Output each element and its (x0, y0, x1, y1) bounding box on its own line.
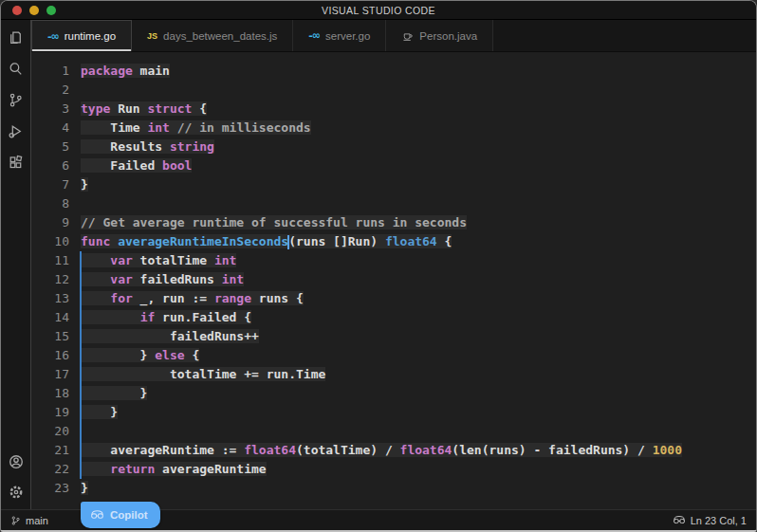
maximize-window-button[interactable] (46, 6, 56, 15)
line-number: 12 (31, 270, 69, 289)
java-icon (401, 29, 414, 42)
code-line-4[interactable]: 4 Time int // in milliseconds (31, 119, 756, 138)
git-branch-indicator[interactable]: main (10, 515, 48, 526)
account-icon[interactable] (7, 452, 26, 471)
copilot-button[interactable]: Copilot (81, 502, 160, 528)
code-line-22[interactable]: 22 return averageRuntime (31, 460, 756, 479)
code-line-19[interactable]: 19 } (31, 403, 756, 422)
settings-gear-icon[interactable] (7, 483, 26, 502)
code-text: Results string (81, 139, 214, 154)
code-editor[interactable]: 1package main23type Run struct {4 Time i… (31, 52, 756, 509)
code-text: // Get average runtime of successful run… (81, 215, 467, 229)
code-line-2[interactable]: 2 (31, 81, 756, 100)
close-window-button[interactable] (12, 6, 22, 15)
line-number: 18 (31, 384, 69, 403)
line-number: 14 (31, 308, 69, 327)
line-number: 9 (31, 213, 69, 232)
cursor-position-indicator[interactable]: Ln 23 Col, 1 (673, 515, 747, 526)
code-text: for _, run := range runs { (81, 291, 304, 305)
line-number: 11 (31, 251, 69, 270)
line-number: 4 (31, 119, 69, 138)
code-line-11[interactable]: 11 var totalTime int (31, 251, 756, 270)
code-line-18[interactable]: 18 } (31, 384, 756, 403)
line-number: 17 (31, 365, 69, 384)
cursor-position-label: Ln 23 Col, 1 (691, 515, 747, 526)
code-line-15[interactable]: 15 failedRuns++ (31, 327, 756, 346)
code-line-5[interactable]: 5 Results string (31, 138, 756, 156)
code-text: var totalTime int (81, 253, 236, 267)
tab-server.go[interactable]: -∞server.go (293, 20, 386, 51)
minimize-window-button[interactable] (29, 6, 39, 15)
code-text: type Run struct { (81, 101, 207, 116)
files-icon[interactable] (7, 28, 26, 46)
code-line-13[interactable]: 13 for _, run := range runs { (31, 289, 756, 308)
code-line-8[interactable]: 8 (31, 194, 756, 213)
code-text: package main (81, 64, 170, 78)
tab-days_between_dates.js[interactable]: JSdays_between_dates.js (132, 20, 293, 51)
active-indent-guide (80, 251, 82, 479)
code-line-20[interactable]: 20 (31, 422, 756, 441)
tab-runtime.go[interactable]: -∞runtime.go (31, 20, 132, 51)
line-number: 19 (31, 403, 69, 422)
code-text: Failed bool (81, 158, 192, 173)
tab-label: server.go (325, 30, 370, 42)
line-number: 1 (31, 62, 69, 81)
code-text: failedRuns++ (81, 329, 259, 343)
code-line-16[interactable]: 16 } else { (31, 346, 756, 365)
copilot-status-icon (673, 515, 686, 526)
code-text: return averageRuntime (81, 462, 267, 476)
line-number: 15 (31, 327, 69, 346)
code-text: } (81, 481, 88, 495)
code-line-21[interactable]: 21 averageRuntime := float64(totalTime) … (31, 441, 756, 460)
code-line-23[interactable]: 23} (31, 479, 756, 498)
line-number: 23 (31, 479, 69, 498)
js-icon: JS (147, 31, 157, 41)
code-line-7[interactable]: 7} (31, 175, 756, 194)
line-number: 13 (31, 289, 69, 308)
title-bar: Visual Studio Code (1, 1, 756, 20)
line-number: 22 (31, 460, 69, 479)
code-text: } (81, 177, 88, 192)
line-number: 5 (31, 138, 69, 156)
line-number: 21 (31, 441, 69, 460)
code-line-3[interactable]: 3type Run struct { (31, 100, 756, 119)
line-number: 6 (31, 156, 69, 175)
tab-label: days_between_dates.js (163, 30, 277, 42)
line-number: 8 (31, 194, 69, 213)
code-line-14[interactable]: 14 if run.Failed { (31, 308, 756, 327)
code-text: func averageRuntimeInSeconds(runs []Run)… (81, 234, 452, 248)
code-line-12[interactable]: 12 var failedRuns int (31, 270, 756, 289)
activity-bar (1, 20, 31, 509)
vscode-window: Visual Studio Code (0, 0, 757, 532)
git-branch-label: main (26, 515, 48, 526)
tab-bar: -∞runtime.goJSdays_between_dates.js-∞ser… (31, 20, 756, 52)
line-number: 2 (31, 81, 69, 100)
code-text: totalTime += run.Time (81, 367, 325, 381)
code-line-17[interactable]: 17 totalTime += run.Time (31, 365, 756, 384)
code-text: } else { (81, 348, 199, 362)
window-title: Visual Studio Code (1, 5, 756, 16)
tab-label: runtime.go (65, 30, 116, 42)
traffic-lights (12, 6, 56, 15)
search-icon[interactable] (7, 59, 26, 78)
copilot-icon (90, 509, 104, 522)
code-text: } (81, 405, 118, 419)
tab-label: Person.java (419, 30, 477, 42)
line-number: 7 (31, 175, 69, 194)
extensions-icon[interactable] (7, 153, 26, 172)
source-control-icon[interactable] (7, 90, 26, 109)
run-debug-icon[interactable] (7, 121, 26, 140)
code-line-6[interactable]: 6 Failed bool (31, 156, 756, 175)
line-number: 3 (31, 100, 69, 119)
code-text: if run.Failed { (81, 310, 251, 324)
code-text: Time int // in milliseconds (81, 120, 311, 135)
code-line-9[interactable]: 9// Get average runtime of successful ru… (31, 213, 756, 232)
code-line-1[interactable]: 1package main (31, 62, 756, 81)
code-text: } (81, 386, 147, 400)
code-line-10[interactable]: 10func averageRuntimeInSeconds(runs []Ru… (31, 232, 756, 251)
go-icon: -∞ (47, 30, 59, 43)
tab-Person.java[interactable]: Person.java (386, 20, 493, 51)
copilot-button-label: Copilot (110, 509, 148, 521)
git-branch-icon (10, 515, 21, 526)
line-number: 16 (31, 346, 69, 365)
